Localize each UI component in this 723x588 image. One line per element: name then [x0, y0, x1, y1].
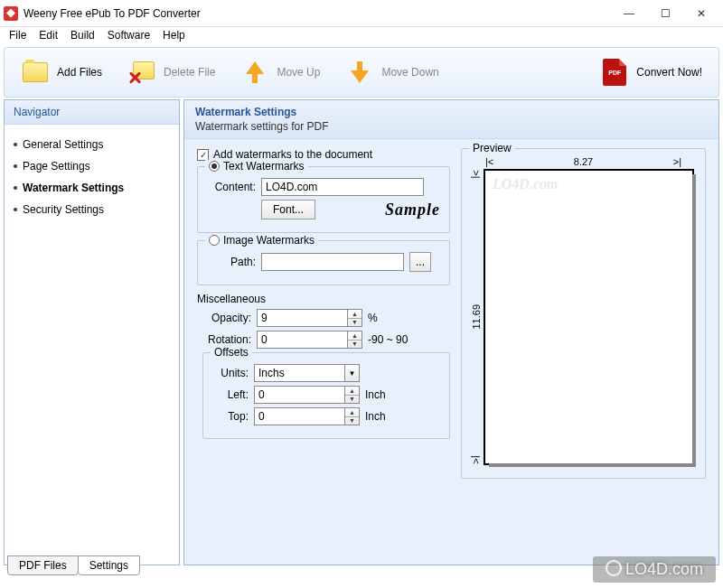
text-watermarks-label: Text Watermarks: [223, 160, 305, 173]
left-input[interactable]: [254, 386, 344, 404]
move-down-button[interactable]: Move Down: [336, 54, 447, 90]
nav-item-label: Watermark Settings: [23, 182, 124, 194]
sample-text: Sample: [385, 201, 440, 219]
chevron-down-icon: ▼: [344, 364, 360, 382]
top-spinner[interactable]: ▲▼: [254, 407, 360, 425]
rotation-label: Rotation:: [202, 333, 251, 346]
close-button[interactable]: ✕: [683, 1, 719, 26]
site-watermark: LO4D.com: [593, 556, 716, 583]
top-suffix: Inch: [365, 410, 386, 423]
tab-settings[interactable]: Settings: [78, 555, 140, 575]
window-title: Weeny Free ePub To PDF Converter: [23, 7, 611, 20]
nav-item-page-settings[interactable]: Page Settings: [10, 155, 174, 177]
app-icon: [4, 6, 18, 21]
ruler-left: >| 11.69 |<: [469, 169, 484, 465]
titlebar: Weeny Free ePub To PDF Converter ― ☐ ✕: [0, 0, 723, 27]
top-label: Top:: [212, 410, 249, 423]
nav-item-watermark-settings[interactable]: Watermark Settings: [10, 177, 174, 199]
preview-height: 11.69: [471, 304, 482, 330]
move-down-label: Move Down: [381, 66, 438, 79]
add-watermarks-label: Add watermarks to the document: [213, 148, 372, 161]
navigator-title: Navigator: [5, 100, 179, 125]
minimize-button[interactable]: ―: [611, 1, 647, 26]
nav-item-general-settings[interactable]: General Settings: [10, 134, 174, 155]
preview-page: LO4D.com: [484, 169, 694, 465]
font-button[interactable]: Font...: [261, 200, 315, 219]
arrow-down-icon: [345, 58, 374, 87]
toolbar: Add Files Delete File Move Up Move Down …: [4, 47, 719, 98]
opacity-suffix: %: [368, 312, 378, 324]
preview-label: Preview: [473, 142, 512, 154]
rotation-input[interactable]: [257, 331, 347, 349]
add-files-label: Add Files: [57, 66, 102, 79]
content-header: Watermark Settings Watermark settings fo…: [184, 100, 718, 139]
image-watermarks-group: Image Watermarks Path: ...: [197, 240, 450, 285]
pdf-icon: PDF: [600, 58, 629, 87]
units-value: Inchs: [254, 364, 344, 382]
path-label: Path:: [207, 256, 256, 268]
nav-item-label: Security Settings: [23, 203, 104, 216]
menu-build[interactable]: Build: [70, 29, 95, 43]
bullet-icon: [14, 164, 17, 168]
add-files-button[interactable]: Add Files: [12, 54, 111, 90]
units-label: Units:: [212, 367, 249, 379]
preview-watermark-text: LO4D.com: [493, 176, 558, 192]
units-select[interactable]: Inchs ▼: [254, 364, 360, 382]
convert-now-label: Convert Now!: [636, 66, 702, 79]
ruler-top: |< 8.27 >|: [469, 156, 698, 169]
bullet-icon: [14, 143, 17, 146]
left-suffix: Inch: [365, 388, 386, 401]
delete-file-label: Delete File: [164, 66, 215, 79]
top-input[interactable]: [254, 407, 344, 425]
nav-item-label: Page Settings: [23, 160, 90, 173]
menubar: File Edit Build Software Help: [0, 27, 723, 45]
content-panel: Watermark Settings Watermark settings fo…: [183, 99, 719, 565]
move-up-label: Move Up: [277, 66, 320, 79]
move-up-button[interactable]: Move Up: [231, 54, 329, 90]
tab-pdf-files[interactable]: PDF Files: [7, 555, 79, 575]
menu-software[interactable]: Software: [108, 29, 150, 43]
nav-item-label: General Settings: [23, 138, 103, 151]
maximize-button[interactable]: ☐: [647, 1, 683, 26]
image-watermarks-label: Image Watermarks: [223, 234, 315, 247]
menu-help[interactable]: Help: [163, 29, 185, 43]
rotation-suffix: -90 ~ 90: [368, 333, 408, 346]
miscellaneous-label: Miscellaneous: [197, 293, 450, 305]
panel-title: Watermark Settings: [195, 106, 708, 118]
add-watermarks-checkbox[interactable]: ✓: [197, 149, 209, 161]
content-input[interactable]: [261, 178, 424, 196]
menu-file[interactable]: File: [9, 29, 26, 43]
content-label: Content:: [207, 181, 256, 193]
opacity-label: Opacity:: [202, 312, 251, 324]
text-watermarks-radio[interactable]: [209, 161, 220, 172]
nav-item-security-settings[interactable]: Security Settings: [10, 199, 174, 220]
left-label: Left:: [212, 388, 249, 401]
opacity-input[interactable]: [257, 309, 347, 327]
bottom-tabs: PDF Files Settings: [7, 555, 139, 575]
bullet-icon: [14, 208, 17, 211]
preview-group: Preview |< 8.27 >| >| 11.69 |< LO4D.: [461, 148, 706, 479]
navigator-panel: Navigator General SettingsPage SettingsW…: [4, 99, 180, 565]
text-watermarks-group: Text Watermarks Content: Font... Sample: [197, 166, 450, 233]
left-spinner[interactable]: ▲▼: [254, 386, 360, 404]
offsets-group: Offsets Units: Inchs ▼ Left: ▲▼: [202, 352, 450, 439]
path-input[interactable]: [261, 253, 404, 271]
rotation-spinner[interactable]: ▲▼: [257, 331, 362, 349]
bullet-icon: [14, 186, 17, 190]
convert-now-button[interactable]: PDF Convert Now!: [591, 54, 711, 90]
image-watermarks-radio[interactable]: [209, 235, 220, 246]
browse-button[interactable]: ...: [409, 252, 431, 272]
preview-width: 8.27: [574, 156, 593, 167]
panel-subtitle: Watermark settings for PDF: [195, 120, 708, 133]
folder-delete-icon: [127, 58, 156, 87]
menu-edit[interactable]: Edit: [39, 29, 58, 43]
offsets-label: Offsets: [214, 346, 249, 359]
delete-file-button[interactable]: Delete File: [118, 54, 224, 90]
opacity-spinner[interactable]: ▲▼: [257, 309, 362, 327]
folder-plus-icon: [21, 58, 50, 87]
arrow-up-icon: [240, 58, 269, 87]
